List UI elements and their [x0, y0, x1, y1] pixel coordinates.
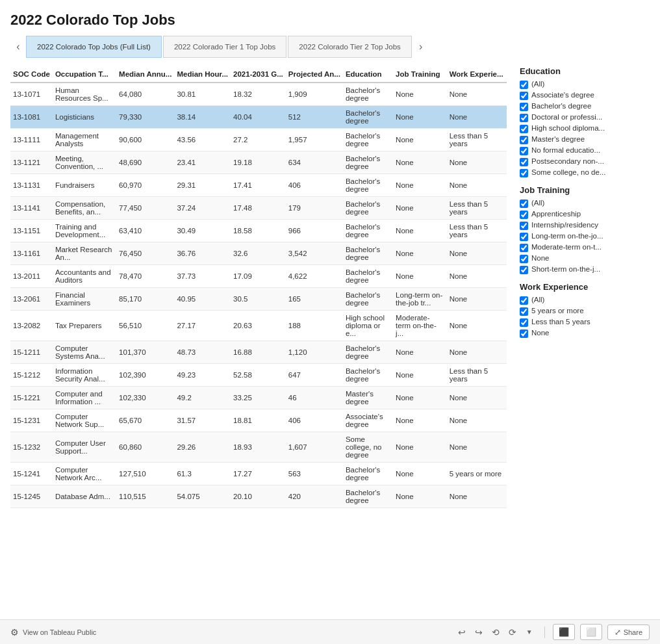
- cell-ann: 64,080: [116, 83, 174, 106]
- education-filter-section: Education (All)Associate's degreeBachelo…: [520, 66, 650, 177]
- cell-work: 5 years or more: [447, 463, 507, 485]
- tab-full-list[interactable]: 2022 Colorado Top Jobs (Full List): [26, 36, 162, 58]
- col-header-occ[interactable]: Occupation T...: [53, 66, 116, 83]
- cell-edu: Bachelor's degree: [343, 364, 393, 387]
- table-row: 13-2082Tax Preparers56,51027.1720.63188H…: [10, 311, 507, 341]
- cell-ann: 63,410: [116, 220, 174, 242]
- filter-label: Master's degree: [531, 135, 585, 143]
- col-header-ann[interactable]: Median Annu...: [116, 66, 174, 83]
- cell-occ: Computer User Support...: [53, 432, 116, 463]
- redo-icon[interactable]: ↪: [472, 625, 486, 639]
- cell-hour: 38.14: [174, 106, 231, 129]
- cell-hour: 27.17: [174, 311, 231, 341]
- cell-edu: Bachelor's degree: [343, 463, 393, 485]
- table-row: 15-1232Computer User Support...60,86029.…: [10, 432, 507, 463]
- cell-work: None: [447, 174, 507, 197]
- main-area: SOC Code Occupation T... Median Annu... …: [0, 66, 660, 508]
- filter-checkbox[interactable]: [520, 296, 528, 305]
- table-row: 15-1241Computer Network Arc...127,51061.…: [10, 463, 507, 485]
- filter-checkbox[interactable]: [520, 103, 528, 111]
- tab-tier2[interactable]: 2022 Colorado Tier 2 Top Jobs: [288, 36, 411, 58]
- col-header-soc[interactable]: SOC Code: [10, 66, 53, 83]
- cell-growth: 19.18: [231, 151, 286, 174]
- filter-checkbox[interactable]: [520, 222, 528, 230]
- filter-label: Bachelor's degree: [531, 102, 591, 110]
- filter-checkbox[interactable]: [520, 114, 528, 122]
- cell-train: Long-term on-the-job tr...: [393, 288, 447, 311]
- cell-ann: 102,330: [116, 387, 174, 409]
- cell-edu: Bachelor's degree: [343, 197, 393, 220]
- cell-edu: Bachelor's degree: [343, 151, 393, 174]
- back-icon[interactable]: ⟲: [489, 625, 503, 639]
- cell-work: None: [447, 151, 507, 174]
- cell-soc: 13-2011: [10, 265, 53, 288]
- filter-item: Some college, no de...: [520, 168, 650, 177]
- fullscreen-button[interactable]: ⬜: [580, 624, 602, 640]
- col-header-edu[interactable]: Education: [343, 66, 393, 83]
- filter-checkbox[interactable]: [520, 318, 528, 327]
- cell-train: None: [393, 364, 447, 387]
- filter-checkbox[interactable]: [520, 255, 528, 263]
- dropdown-icon[interactable]: ▼: [522, 625, 537, 639]
- cell-soc: 15-1232: [10, 432, 53, 463]
- filter-checkbox[interactable]: [520, 266, 528, 274]
- cell-work: None: [447, 106, 507, 129]
- cell-growth: 18.58: [231, 220, 286, 242]
- tableau-link[interactable]: View on Tableau Public: [23, 628, 96, 636]
- filter-checkbox[interactable]: [520, 92, 528, 100]
- forward-icon[interactable]: ⟳: [505, 625, 520, 639]
- cell-edu: Bachelor's degree: [343, 288, 393, 311]
- filter-checkbox[interactable]: [520, 136, 528, 144]
- filter-checkbox[interactable]: [520, 233, 528, 241]
- filter-checkbox[interactable]: [520, 329, 528, 338]
- filter-checkbox[interactable]: [520, 125, 528, 133]
- filter-checkbox[interactable]: [520, 244, 528, 252]
- undo-icon[interactable]: ↩: [455, 625, 469, 639]
- cell-hour: 31.57: [174, 409, 231, 432]
- cell-occ: Accountants and Auditors: [53, 265, 116, 288]
- filter-checkbox[interactable]: [520, 147, 528, 155]
- filter-label: No formal educatio...: [531, 146, 600, 154]
- share-icon: ⤢: [615, 628, 621, 637]
- filter-checkbox[interactable]: [520, 200, 528, 208]
- cell-train: None: [393, 463, 447, 485]
- cell-soc: 13-1081: [10, 106, 53, 129]
- cell-growth: 33.25: [231, 387, 286, 409]
- cell-soc: 13-2082: [10, 311, 53, 341]
- cell-hour: 30.81: [174, 83, 231, 106]
- share-button[interactable]: ⤢ Share: [607, 625, 650, 640]
- cell-train: None: [393, 387, 447, 409]
- col-header-proj[interactable]: Projected An...: [286, 66, 343, 83]
- nav-icons: ↩ ↪ ⟲ ⟳ ▼: [455, 625, 537, 639]
- filter-checkbox[interactable]: [520, 158, 528, 166]
- cell-occ: Computer Network Arc...: [53, 463, 116, 485]
- cell-hour: 49.2: [174, 387, 231, 409]
- download-button[interactable]: ⬛: [553, 624, 575, 640]
- cell-edu: Bachelor's degree: [343, 242, 393, 265]
- col-header-growth[interactable]: 2021-2031 G...: [231, 66, 286, 83]
- filter-item: None: [520, 254, 650, 263]
- tab-tier1[interactable]: 2022 Colorado Tier 1 Top Jobs: [163, 36, 286, 58]
- cell-soc: 13-2061: [10, 288, 53, 311]
- filter-item: Postsecondary non-...: [520, 157, 650, 166]
- col-header-work[interactable]: Work Experie...: [447, 66, 507, 83]
- filter-checkbox[interactable]: [520, 81, 528, 89]
- cell-hour: 43.56: [174, 129, 231, 151]
- tab-next-arrow[interactable]: ›: [413, 35, 429, 58]
- cell-edu: Bachelor's degree: [343, 83, 393, 106]
- filter-checkbox[interactable]: [520, 211, 528, 219]
- job-training-filter-title: Job Training: [520, 185, 650, 195]
- page-title: 2022 Colorado Top Jobs: [0, 0, 660, 35]
- cell-hour: 29.31: [174, 174, 231, 197]
- filter-checkbox[interactable]: [520, 169, 528, 177]
- tab-prev-arrow[interactable]: ‹: [10, 35, 26, 58]
- cell-edu: Master's degree: [343, 387, 393, 409]
- filter-label: Associate's degree: [531, 91, 594, 99]
- col-header-hour[interactable]: Median Hour...: [174, 66, 231, 83]
- cell-growth: 32.6: [231, 242, 286, 265]
- filter-label: (All): [531, 296, 544, 303]
- cell-occ: Management Analysts: [53, 129, 116, 151]
- col-header-train[interactable]: Job Training: [393, 66, 447, 83]
- cell-occ: Compensation, Benefits, an...: [53, 197, 116, 220]
- filter-checkbox[interactable]: [520, 307, 528, 316]
